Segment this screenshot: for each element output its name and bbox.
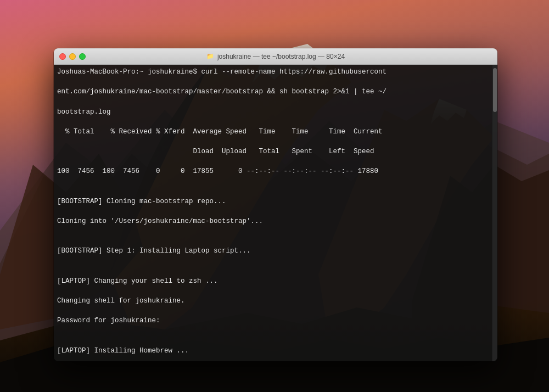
terminal-line: Joshuas-MacBook-Pro:~ joshukraine$ curl … [57,67,489,77]
terminal-line: [BOOTSTRAP] Step 1: Installing Laptop sc… [57,246,489,256]
terminal-line: 100 7456 100 7456 0 0 17855 0 --:--:-- -… [57,166,489,176]
terminal-line: [LAPTOP] Installing Homebrew ... [57,346,489,356]
title-bar: 📁 joshukraine — tee ~/bootstrap.log — 80… [54,48,497,65]
close-button[interactable] [59,53,66,60]
terminal-line: Changing shell for joshukraine. [57,296,489,306]
scrollbar[interactable] [492,65,497,361]
terminal-line: Dload Upload Total Spent Left Speed [57,147,489,156]
window-title: 📁 joshukraine — tee ~/bootstrap.log — 80… [206,53,345,60]
terminal-output[interactable]: Joshuas-MacBook-Pro:~ joshukraine$ curl … [54,65,492,361]
terminal-line: Password for joshukraine: [57,316,489,326]
terminal-line: ent.com/joshukraine/mac-bootstrap/master… [57,87,489,97]
terminal-line: Cloning into '/Users/joshukraine/mac-boo… [57,216,489,226]
terminal-line: % Total % Received % Xferd Average Speed… [57,127,489,137]
scrollbar-thumb[interactable] [493,68,497,112]
title-label: joshukraine — tee ~/bootstrap.log — 80×2… [217,53,345,60]
terminal-line: [BOOTSTRAP] Cloning mac-bootstrap repo..… [57,197,489,206]
terminal-window: 📁 joshukraine — tee ~/bootstrap.log — 80… [54,48,497,361]
terminal-body: Joshuas-MacBook-Pro:~ joshukraine$ curl … [54,65,497,361]
terminal-line: bootstrap.log [57,107,489,117]
terminal-icon: 📁 [206,53,214,60]
terminal-line: [LAPTOP] Changing your shell to zsh ... [57,276,489,286]
traffic-lights [59,53,86,60]
minimize-button[interactable] [69,53,76,60]
maximize-button[interactable] [79,53,86,60]
